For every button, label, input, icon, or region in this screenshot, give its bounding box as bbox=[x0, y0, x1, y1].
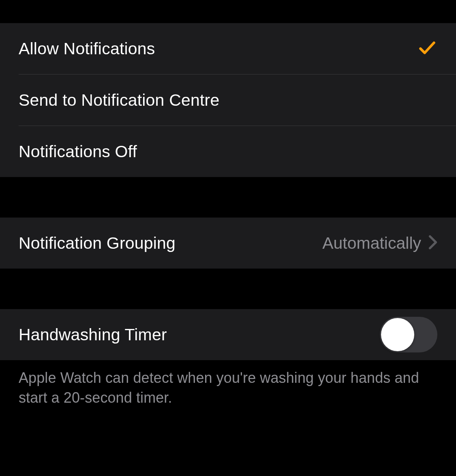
chevron-right-icon bbox=[428, 235, 437, 252]
top-spacer bbox=[0, 0, 456, 23]
handwashing-timer-row: Handwashing Timer bbox=[0, 309, 456, 360]
handwashing-footer-text: Apple Watch can detect when you're washi… bbox=[0, 360, 456, 408]
notifications-off-label: Notifications Off bbox=[19, 142, 137, 161]
grouping-group: Notification Grouping Automatically bbox=[0, 218, 456, 269]
allow-notifications-label: Allow Notifications bbox=[19, 39, 155, 58]
handwashing-group: Handwashing Timer bbox=[0, 309, 456, 360]
row-right-container: Automatically bbox=[322, 234, 437, 253]
handwashing-timer-toggle[interactable] bbox=[380, 317, 437, 352]
send-to-notification-centre-label: Send to Notification Centre bbox=[19, 91, 219, 110]
notification-options-group: Allow Notifications Send to Notification… bbox=[0, 23, 456, 177]
toggle-knob bbox=[381, 318, 414, 351]
notifications-off-row[interactable]: Notifications Off bbox=[0, 126, 456, 177]
notification-grouping-label: Notification Grouping bbox=[19, 234, 176, 253]
checkmark-icon bbox=[417, 38, 437, 60]
allow-notifications-row[interactable]: Allow Notifications bbox=[0, 23, 456, 74]
notification-grouping-value: Automatically bbox=[322, 234, 421, 253]
handwashing-timer-label: Handwashing Timer bbox=[19, 325, 167, 344]
notification-grouping-row[interactable]: Notification Grouping Automatically bbox=[0, 218, 456, 269]
section-gap bbox=[0, 269, 456, 309]
send-to-notification-centre-row[interactable]: Send to Notification Centre bbox=[0, 75, 456, 126]
section-gap bbox=[0, 177, 456, 218]
